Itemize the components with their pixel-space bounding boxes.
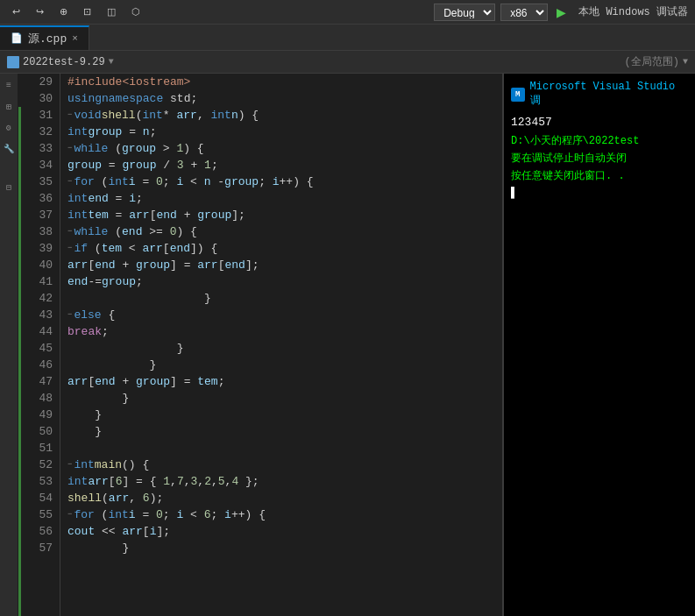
code-line: int end = i; xyxy=(67,190,502,207)
file-dropdown-arrow[interactable]: ▼ xyxy=(109,57,114,67)
sidebar-icon-3[interactable]: ⚙ xyxy=(2,123,16,137)
sidebar-icon-2[interactable]: ⊞ xyxy=(2,102,16,116)
output-title: Microsoft Visual Studio 调 xyxy=(530,81,688,108)
line-number: 54 xyxy=(21,490,53,506)
code-line: − while (group > 1) { xyxy=(67,140,502,157)
fold-arrow-icon[interactable]: − xyxy=(67,140,72,157)
line-number: 32 xyxy=(21,124,53,140)
code-line: } xyxy=(67,390,502,407)
tab-close-icon[interactable]: × xyxy=(72,33,78,44)
fold-arrow-icon[interactable]: − xyxy=(67,223,72,240)
file-selector-bar: 2022test-9.29 ▼ (全局范围) ▼ xyxy=(0,51,695,74)
code-line: int tem = arr[end + group]; xyxy=(67,207,502,223)
main-area: ≡ ⊞ ⚙ 🔧 ⊟ 293031323334353637383940414243… xyxy=(0,74,695,616)
run-button[interactable]: ▶ xyxy=(553,5,570,19)
top-toolbar: ↩ ↪ ⊕ ⊡ ◫ ⬡ Debug x86 ▶ 本地 Windows 调试器 xyxy=(0,0,695,25)
line-number: 29 xyxy=(21,74,53,90)
sidebar-icon-4[interactable]: 🔧 xyxy=(2,144,16,158)
fold-arrow-icon[interactable]: − xyxy=(67,107,72,124)
tab-bar: 📄 源.cpp × xyxy=(0,25,695,51)
line-number: 48 xyxy=(21,390,53,407)
line-number: 44 xyxy=(21,323,53,340)
line-number: 49 xyxy=(21,407,53,423)
line-number: 50 xyxy=(21,423,53,440)
code-line: arr[end + group] = arr[end]; xyxy=(67,257,502,273)
file-type-icon xyxy=(7,56,19,68)
code-line: − while (end >= 0) { xyxy=(67,223,502,240)
line-number: 55 xyxy=(21,506,53,523)
tab-label: 源.cpp xyxy=(28,31,67,46)
code-line: − for (int i = 0; i < 6; i++) { xyxy=(67,506,502,523)
line-number: 57 xyxy=(21,540,53,556)
code-line: int group = n; xyxy=(67,124,502,140)
code-line: group = group / 3 + 1; xyxy=(67,157,502,173)
code-line: − for (int i = 0; i < n -group; i++) { xyxy=(67,173,502,190)
output-cursor: ▌ xyxy=(511,187,688,200)
line-number: 53 xyxy=(21,473,53,490)
toolbar-icon3[interactable]: ◫ xyxy=(102,4,121,19)
toolbar-icon2[interactable]: ⊡ xyxy=(78,4,96,19)
line-number: 33 xyxy=(21,140,53,157)
line-number: 46 xyxy=(21,357,53,373)
tab-file-icon: 📄 xyxy=(11,32,23,44)
line-number: 31 xyxy=(21,107,53,124)
toolbar-icon1[interactable]: ⊕ xyxy=(54,4,73,19)
fold-arrow-icon[interactable]: − xyxy=(67,506,72,523)
tab-source-cpp[interactable]: 📄 源.cpp × xyxy=(0,25,89,50)
code-line: − int main() { xyxy=(67,457,502,473)
line-number: 52 xyxy=(21,457,53,473)
margin-indicator xyxy=(18,74,21,616)
line-number: 47 xyxy=(21,373,53,390)
toolbar-icon4[interactable]: ⬡ xyxy=(126,4,145,19)
line-number: 39 xyxy=(21,240,53,257)
output-msg2: 按任意键关闭此窗口. . xyxy=(511,169,688,183)
sidebar-icon-1[interactable]: ≡ xyxy=(2,81,16,95)
line-number: 41 xyxy=(21,273,53,290)
editor-area: 2930313233343536373839404142434445464748… xyxy=(18,74,502,616)
line-number: 35 xyxy=(21,173,53,190)
code-line: end-=group; xyxy=(67,273,502,290)
debug-config-dropdown[interactable]: Debug xyxy=(434,4,495,21)
run-label: 本地 Windows 调试器 xyxy=(578,4,688,19)
toolbar-back-btn[interactable]: ↩ xyxy=(7,4,25,19)
line-number: 30 xyxy=(21,90,53,107)
line-numbers: 2930313233343536373839404142434445464748… xyxy=(21,74,60,616)
fold-arrow-icon[interactable]: − xyxy=(67,240,72,257)
scope-dropdown-arrow[interactable]: ▼ xyxy=(683,57,688,67)
code-line: arr[end + group] = tem; xyxy=(67,373,502,390)
output-path: D:\小天的程序\2022test xyxy=(511,134,688,148)
sidebar-icon-5[interactable]: ⊟ xyxy=(2,182,16,196)
code-line: } xyxy=(67,423,502,440)
fold-arrow-icon[interactable]: − xyxy=(67,307,72,323)
code-line: shell(arr, 6); xyxy=(67,490,502,506)
output-msg1: 要在调试停止时自动关闭 xyxy=(511,152,688,166)
fold-arrow-icon[interactable]: − xyxy=(67,457,72,473)
platform-dropdown[interactable]: x86 xyxy=(500,4,548,21)
scope-label: (全局范围) xyxy=(625,54,679,69)
line-number: 43 xyxy=(21,307,53,323)
file-name-label: 2022test-9.29 xyxy=(23,56,105,68)
line-number: 38 xyxy=(21,223,53,240)
fold-arrow-icon[interactable]: − xyxy=(67,173,72,190)
line-number: 34 xyxy=(21,157,53,173)
output-header: M Microsoft Visual Studio 调 xyxy=(511,81,688,108)
line-number: 36 xyxy=(21,190,53,207)
code-content[interactable]: #include<iostream> using namespace std;−… xyxy=(60,74,502,616)
output-panel: M Microsoft Visual Studio 调 123457 D:\小天… xyxy=(502,74,695,616)
line-number: 56 xyxy=(21,523,53,540)
line-number: 40 xyxy=(21,257,53,273)
code-line: − if (tem < arr[end]) { xyxy=(67,240,502,257)
sidebar-icons: ≡ ⊞ ⚙ 🔧 ⊟ xyxy=(0,74,18,616)
line-number: 51 xyxy=(21,440,53,457)
line-number: 42 xyxy=(21,290,53,307)
code-line: − void shell(int* arr, int n) { xyxy=(67,107,502,124)
code-line: #include<iostream> xyxy=(67,74,502,90)
code-line: } xyxy=(67,340,502,357)
code-line: } xyxy=(67,290,502,307)
code-line: } xyxy=(67,357,502,373)
toolbar-fwd-btn[interactable]: ↪ xyxy=(31,4,49,19)
file-selector-left: 2022test-9.29 ▼ xyxy=(7,56,621,68)
line-number: 45 xyxy=(21,340,53,357)
code-line: int arr[6] = { 1,7,3,2,5,4 }; xyxy=(67,473,502,490)
output-result: 123457 xyxy=(511,115,688,131)
